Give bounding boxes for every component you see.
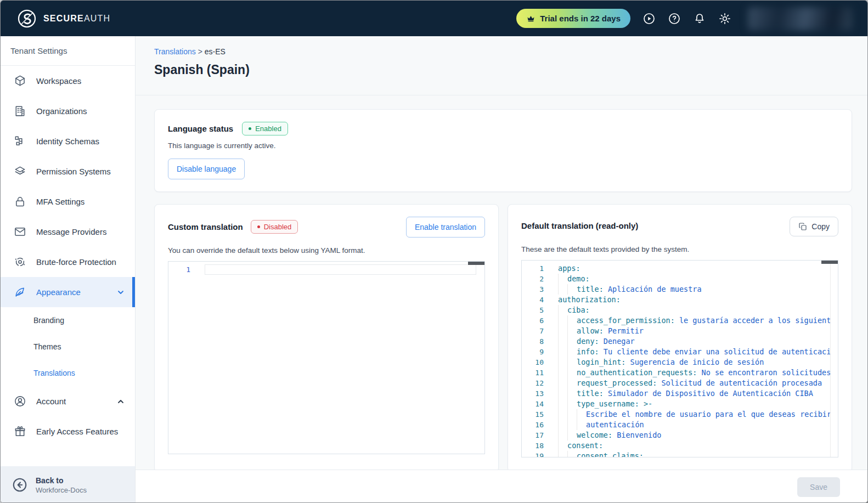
sidebar: Tenant Settings WorkspacesOrganizationsI… <box>1 36 136 503</box>
custom-translation-title: Custom translation <box>168 222 243 231</box>
editor-scrollbar-thumb[interactable] <box>468 262 484 265</box>
gear-icon[interactable] <box>718 12 731 25</box>
back-to-tenant-button[interactable]: Back to Workforce-Docs <box>1 466 135 503</box>
sidebar-item-mfa-settings[interactable]: MFA Settings <box>1 186 135 217</box>
code-line-17: 17welcome: Bienvenido <box>522 430 838 440</box>
sidebar-subitem-translations[interactable]: Translations <box>1 360 135 386</box>
default-translation-card: Default translation (read-only) Copy The… <box>508 204 852 470</box>
topbar: SECUREAUTH Trial ends in 22 days <box>1 1 867 36</box>
code-line-1: 1apps: <box>522 263 838 274</box>
enable-translation-button[interactable]: Enable translation <box>406 217 485 238</box>
trial-badge[interactable]: Trial ends in 22 days <box>516 9 630 28</box>
code-line-16: 16autenticación <box>522 420 838 430</box>
code-line-8: 8deny: Denegar <box>522 336 838 347</box>
code-line-3: 3title: Aplicación de muestra <box>522 284 838 295</box>
language-status-title: Language status <box>168 124 233 133</box>
trial-badge-label: Trial ends in 22 days <box>540 14 621 23</box>
custom-translation-editor[interactable]: 1 <box>168 261 485 454</box>
play-circle-icon[interactable] <box>642 12 656 25</box>
sidebar-item-permission-systems[interactable]: Permission Systems <box>1 156 135 186</box>
sidebar-subitem-themes[interactable]: Themes <box>1 334 135 360</box>
sidebar-item-label: Account <box>36 397 106 406</box>
breadcrumb: Translations > es-ES <box>154 47 849 56</box>
sidebar-item-organizations[interactable]: Organizations <box>1 96 135 126</box>
target-icon <box>14 256 26 268</box>
status-dot-icon <box>257 225 260 228</box>
code-line-5: 5ciba: <box>522 305 838 315</box>
yaml-code-lines: 1apps:2demo:3title: Aplicación de muestr… <box>522 263 838 457</box>
tenant-name: Workforce-Docs <box>36 486 87 494</box>
code-line-13: 13title: Simulador de Dispositivo de Aut… <box>522 388 838 399</box>
code-line-6: 6access_for_permission: le gustaría acce… <box>522 315 838 326</box>
code-line-7: 7allow: Permitir <box>522 326 838 336</box>
editor-scrollbar-track[interactable] <box>830 261 838 457</box>
lock-icon <box>14 195 26 208</box>
sidebar-item-message-providers[interactable]: Message Providers <box>1 217 135 247</box>
sidebar-nav: WorkspacesOrganizationsIdentity SchemasP… <box>1 66 135 466</box>
mail-icon <box>14 225 26 238</box>
editor-scrollbar-thumb[interactable] <box>821 261 838 264</box>
brand-logo[interactable]: SECUREAUTH <box>17 9 110 29</box>
code-line-10: 10login_hint: Sugerencia de inicio de se… <box>522 357 838 368</box>
code-line-18: 18consent: <box>522 440 838 451</box>
help-circle-icon[interactable] <box>668 12 681 25</box>
sidebar-item-account[interactable]: Account <box>1 386 135 416</box>
sidebar-item-appearance[interactable]: Appearance <box>1 277 135 307</box>
cube-icon <box>14 75 26 87</box>
sidebar-item-label: Organizations <box>36 106 125 116</box>
language-status-card: Language status Enabled This language is… <box>154 109 852 192</box>
redacted-account-info[interactable] <box>748 7 852 30</box>
sidebar-item-identity-schemas[interactable]: Identity Schemas <box>1 126 135 156</box>
code-line-14: 14type_username: >- <box>522 399 838 409</box>
user-icon <box>14 395 26 408</box>
language-status-description: This language is currently active. <box>168 142 838 150</box>
bottom-action-bar: Save <box>136 470 867 503</box>
custom-translation-card: Custom translation Disabled Enable trans… <box>154 204 499 470</box>
sidebar-item-label: Identity Schemas <box>36 137 125 146</box>
code-line-9: 9info: Tu cliente debe enviar una solici… <box>522 347 838 357</box>
default-translation-code-viewer[interactable]: 1apps:2demo:3title: Aplicación de muestr… <box>521 260 838 457</box>
feather-icon <box>14 286 26 298</box>
sidebar-item-brute-force-protection[interactable]: Brute-force Protection <box>1 247 135 277</box>
code-line-4: 4authorization: <box>522 295 838 305</box>
sidebar-item-label: Workspaces <box>36 76 125 86</box>
layers-icon <box>14 165 26 178</box>
bell-icon[interactable] <box>693 12 706 25</box>
crown-icon <box>526 14 536 23</box>
sidebar-item-label: Early Access Features <box>36 427 125 436</box>
sidebar-item-label: MFA Settings <box>36 197 125 206</box>
code-line-15: 15Escribe el nombre de usuario para el q… <box>522 409 838 420</box>
chevron-down-icon <box>116 288 125 297</box>
app-window: SECUREAUTH Trial ends in 22 days <box>0 0 868 503</box>
sidebar-item-label: Brute-force Protection <box>36 257 125 267</box>
default-translation-description: These are the default texts provided by … <box>521 245 838 253</box>
breadcrumb-separator: > <box>198 47 202 56</box>
disabled-status-badge: Disabled <box>251 220 298 234</box>
brand-name: SECUREAUTH <box>43 14 110 24</box>
sidebar-item-early-access-features[interactable]: Early Access Features <box>1 416 135 447</box>
arrow-left-circle-icon <box>12 477 28 493</box>
copy-button[interactable]: Copy <box>790 217 838 236</box>
disable-language-button[interactable]: Disable language <box>168 159 245 179</box>
breadcrumb-translations-link[interactable]: Translations <box>154 47 196 56</box>
sidebar-item-label: Appearance <box>36 287 106 297</box>
code-line-11: 11no_authentication_requests: No se enco… <box>522 368 838 378</box>
save-button[interactable]: Save <box>797 477 840 497</box>
building-icon <box>14 105 26 117</box>
copy-icon <box>798 222 807 231</box>
code-line-12: 12request_processed: Solicitud de autent… <box>522 378 838 388</box>
custom-translation-description: You can override the default texts below… <box>168 246 485 255</box>
back-to-label: Back to <box>36 476 87 485</box>
code-line-19: 19consent_claims: <box>522 451 838 457</box>
status-dot-icon <box>249 127 251 130</box>
code-line-2: 2demo: <box>522 274 838 284</box>
current-line-highlight <box>205 264 476 275</box>
page-title: Spanish (Spain) <box>154 63 849 77</box>
sidebar-subitem-branding[interactable]: Branding <box>1 307 135 334</box>
copy-button-label: Copy <box>811 222 830 231</box>
gift-icon <box>14 425 26 438</box>
breadcrumb-current: es-ES <box>205 47 226 56</box>
sidebar-item-workspaces[interactable]: Workspaces <box>1 66 135 96</box>
sidebar-item-label: Message Providers <box>36 227 125 236</box>
schema-icon <box>14 135 26 148</box>
